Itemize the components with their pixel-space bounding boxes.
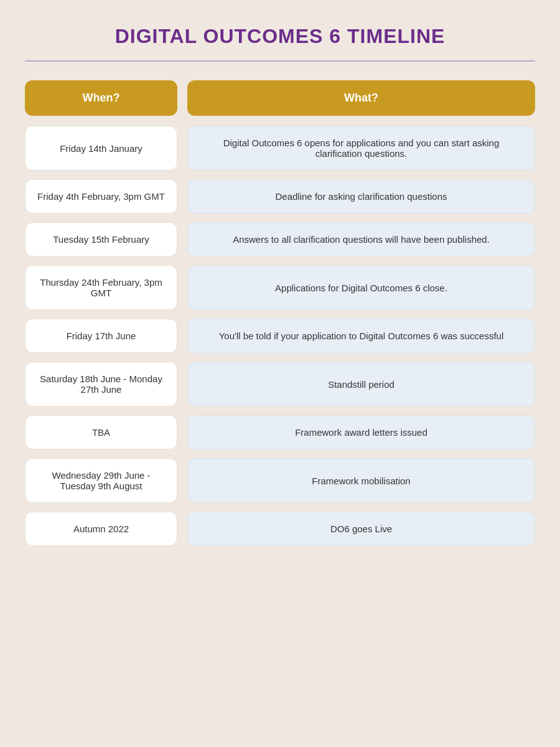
when-cell: Tuesday 15th February (25, 222, 177, 256)
when-cell: Wednesday 29th June - Tuesday 9th August (25, 458, 177, 503)
what-cell: Deadline for asking clarification questi… (187, 179, 535, 214)
when-cell: Saturday 18th June - Monday 27th June (25, 362, 177, 406)
what-cell: Digital Outcomes 6 opens for application… (187, 126, 535, 171)
table-row: TBAFramework award letters issued (25, 415, 535, 449)
when-cell: TBA (25, 415, 177, 449)
what-cell: Answers to all clarification questions w… (187, 222, 535, 256)
title-divider (25, 60, 535, 62)
timeline-container: Friday 14th JanuaryDigital Outcomes 6 op… (25, 126, 535, 546)
header-when: When? (25, 80, 177, 116)
when-cell: Friday 17th June (25, 319, 177, 353)
table-row: Wednesday 29th June - Tuesday 9th August… (25, 458, 535, 503)
when-cell: Thursday 24th February, 3pm GMT (25, 265, 177, 310)
when-cell: Autumn 2022 (25, 512, 177, 546)
when-cell: Friday 4th February, 3pm GMT (25, 179, 177, 214)
what-cell: Framework mobilisation (187, 458, 535, 503)
table-row: Friday 17th JuneYou'll be told if your a… (25, 319, 535, 353)
what-cell: DO6 goes Live (187, 512, 535, 546)
table-row: Friday 4th February, 3pm GMTDeadline for… (25, 179, 535, 214)
table-row: Friday 14th JanuaryDigital Outcomes 6 op… (25, 126, 535, 171)
what-cell: Framework award letters issued (187, 415, 535, 449)
table-row: Thursday 24th February, 3pm GMTApplicati… (25, 265, 535, 310)
page-title: DIGITAL OUTCOMES 6 TIMELINE (25, 19, 535, 48)
table-row: Saturday 18th June - Monday 27th JuneSta… (25, 362, 535, 406)
what-cell: Applications for Digital Outcomes 6 clos… (187, 265, 535, 310)
what-cell: You'll be told if your application to Di… (187, 319, 535, 353)
header-what: What? (187, 80, 535, 116)
what-cell: Standstill period (187, 362, 535, 406)
table-row: Tuesday 15th FebruaryAnswers to all clar… (25, 222, 535, 256)
table-row: Autumn 2022DO6 goes Live (25, 512, 535, 546)
when-cell: Friday 14th January (25, 126, 177, 171)
table-header: When? What? (25, 80, 535, 116)
